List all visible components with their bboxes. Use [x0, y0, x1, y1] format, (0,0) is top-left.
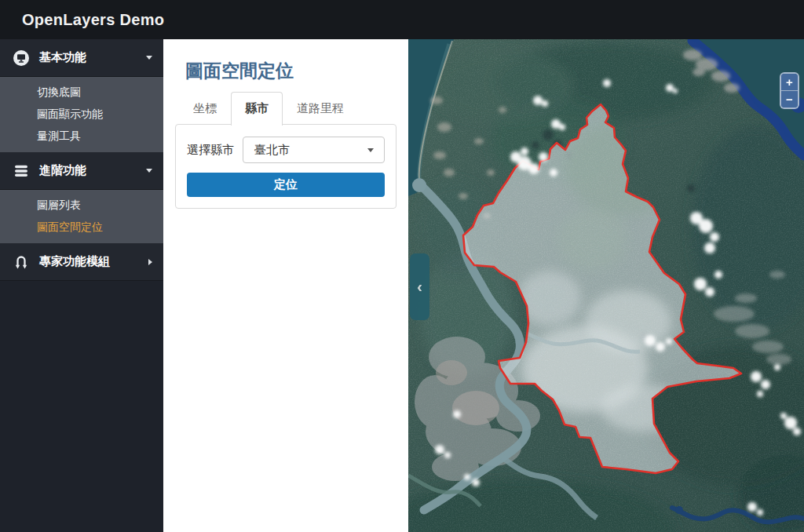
sidebar-item-layer-list[interactable]: 圖層列表 [0, 194, 163, 216]
content-panel: 圖面空間定位 坐標 縣市 道路里程 選擇縣市 臺北市 定位 [163, 39, 408, 532]
display-circle-icon [13, 49, 30, 67]
county-select[interactable]: 臺北市 [243, 137, 385, 163]
map-view[interactable]: ‹ + − [408, 39, 804, 532]
sidebar-group-expert-modules[interactable]: 專家功能模組 [0, 243, 163, 281]
chevron-left-icon: ‹ [417, 278, 422, 294]
tab-coordinate[interactable]: 坐標 [179, 92, 231, 125]
sidebar-group-basic-functions[interactable]: 基本功能 [0, 39, 163, 77]
tab-county[interactable]: 縣市 [231, 92, 283, 126]
panel-title: 圖面空間定位 [185, 59, 408, 83]
sidebar: 基本功能 切換底圖 圖面顯示功能 量測工具 進階功能 圖層列表 圖面空間定位 專… [0, 39, 163, 532]
tab-road-mileage[interactable]: 道路里程 [283, 92, 358, 125]
app-header: OpenLayers Demo [0, 0, 804, 39]
sidebar-group-advanced-functions[interactable]: 進階功能 [0, 152, 163, 190]
chevron-down-icon [367, 148, 374, 152]
zoom-in-button[interactable]: + [781, 74, 798, 90]
sidebar-submenu-advanced: 圖層列表 圖面空間定位 [0, 190, 163, 243]
sidebar-group-label: 進階功能 [39, 163, 146, 178]
sidebar-group-label: 專家功能模組 [39, 254, 148, 269]
zoom-control: + − [780, 72, 799, 109]
zoom-out-button[interactable]: − [781, 91, 798, 107]
satellite-map-image [408, 39, 804, 532]
county-select-label: 選擇縣市 [187, 143, 243, 158]
sidebar-item-map-display[interactable]: 圖面顯示功能 [0, 103, 163, 125]
sidebar-item-spatial-locate[interactable]: 圖面空間定位 [0, 216, 163, 238]
chevron-down-icon [146, 169, 152, 173]
route-icon [13, 253, 30, 271]
county-select-value: 臺北市 [254, 143, 290, 158]
sidebar-item-switch-basemap[interactable]: 切換底圖 [0, 81, 163, 103]
locate-button[interactable]: 定位 [187, 173, 385, 197]
tab-bar: 坐標 縣市 道路里程 [179, 92, 408, 125]
chevron-down-icon [146, 56, 152, 60]
layers-icon [13, 162, 30, 180]
app-title: OpenLayers Demo [22, 11, 164, 29]
sidebar-submenu-basic: 切換底圖 圖面顯示功能 量測工具 [0, 77, 163, 152]
county-locate-form: 選擇縣市 臺北市 定位 [175, 124, 397, 209]
sidebar-group-label: 基本功能 [39, 50, 146, 65]
panel-collapse-handle[interactable]: ‹ [410, 253, 429, 320]
sidebar-item-measure-tools[interactable]: 量測工具 [0, 125, 163, 147]
chevron-right-icon [148, 259, 152, 265]
